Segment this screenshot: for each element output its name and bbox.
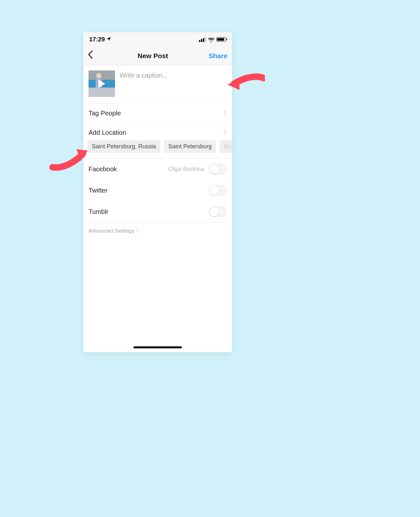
wifi-icon <box>208 37 215 42</box>
chevron-right-icon <box>224 129 227 136</box>
page-title: New Post <box>138 52 168 60</box>
share-section: Facebook Olga Bedrina Twitter Tumblr <box>83 158 232 223</box>
back-button[interactable] <box>88 50 101 61</box>
share-facebook-row: Facebook Olga Bedrina <box>83 158 232 180</box>
advanced-settings-row[interactable]: Advanced Settings <box>83 223 232 239</box>
advanced-settings-label: Advanced Settings <box>89 228 134 234</box>
caption-row: Write a caption... <box>83 66 232 104</box>
home-indicator <box>133 346 182 348</box>
location-suggestions: Saint Petersburg, Russia Saint Petersbur… <box>83 140 232 158</box>
play-icon <box>98 79 105 88</box>
share-twitter-label: Twitter <box>89 187 108 194</box>
chevron-right-icon <box>136 228 139 234</box>
post-thumbnail[interactable] <box>89 70 115 97</box>
tag-people-row[interactable]: Tag People <box>83 104 232 123</box>
nav-header: New Post Share <box>83 47 232 65</box>
signal-icon <box>199 37 206 42</box>
facebook-account: Olga Bedrina <box>168 165 204 173</box>
location-arrow-icon <box>106 36 111 43</box>
battery-icon <box>216 37 226 42</box>
status-bar: 17:29 <box>83 32 232 47</box>
share-tumblr-label: Tumblr <box>89 208 108 216</box>
location-chip[interactable]: Бота <box>219 140 232 153</box>
twitter-toggle[interactable] <box>209 185 227 196</box>
location-chip[interactable]: Saint Petersburg <box>164 140 216 153</box>
tumblr-toggle[interactable] <box>209 206 227 217</box>
tag-people-label: Tag People <box>89 110 121 117</box>
chevron-right-icon <box>224 110 227 117</box>
status-time: 17:29 <box>89 36 105 43</box>
add-location-label: Add Location <box>89 129 126 136</box>
phone-frame: 17:29 New Post Share Write a caption... <box>83 32 232 352</box>
share-facebook-label: Facebook <box>89 165 117 173</box>
share-button[interactable]: Share <box>205 52 227 60</box>
share-tumblr-row: Tumblr <box>83 201 232 222</box>
add-location-row[interactable]: Add Location <box>83 123 232 140</box>
share-twitter-row: Twitter <box>83 180 232 201</box>
facebook-toggle[interactable] <box>209 164 227 174</box>
annotation-arrow-icon <box>226 70 265 93</box>
caption-input[interactable]: Write a caption... <box>120 70 227 97</box>
location-chip[interactable]: Saint Petersburg, Russia <box>87 140 161 153</box>
location-section: Add Location Saint Petersburg, Russia Sa… <box>83 123 232 158</box>
